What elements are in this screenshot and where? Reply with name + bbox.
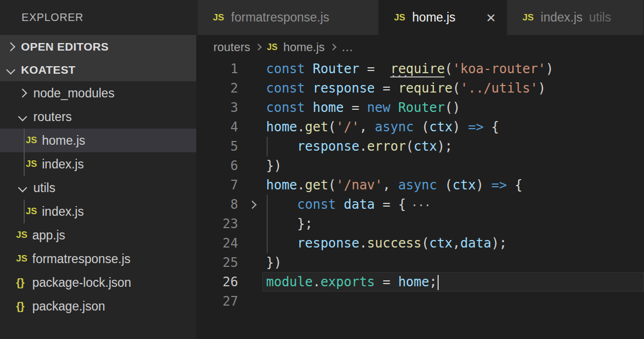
vscode-window: EXPLORER OPEN EDITORSKOATEST node_module… bbox=[0, 0, 644, 339]
chevron-down-icon bbox=[6, 65, 16, 74]
code-text: }; bbox=[266, 214, 313, 234]
section-koatest[interactable]: KOATEST bbox=[0, 58, 196, 81]
tree-item-package-json[interactable]: {}package.json bbox=[0, 294, 196, 318]
code-text: response.success(ctx,data); bbox=[266, 234, 507, 253]
indent-spacer bbox=[0, 235, 16, 236]
close-tab-icon[interactable]: × bbox=[486, 10, 496, 26]
breadcrumb-item-[interactable]: … bbox=[341, 40, 353, 54]
token bbox=[336, 197, 344, 212]
token: ( bbox=[414, 119, 430, 135]
token: data bbox=[460, 236, 491, 251]
tree-item-label: index.js bbox=[42, 157, 84, 172]
token: exports bbox=[320, 274, 375, 289]
fold-margin bbox=[238, 195, 266, 214]
tree-item-label: index.js bbox=[42, 204, 84, 219]
tree-item-label: home.js bbox=[42, 133, 85, 148]
token: . bbox=[297, 119, 305, 135]
token: = { bbox=[375, 197, 406, 212]
token: response bbox=[297, 139, 360, 154]
code-line-4[interactable]: 4home.get('/', async (ctx) => { bbox=[196, 117, 644, 137]
token: ; bbox=[429, 274, 437, 289]
code-editor[interactable]: 1const Router = require('koa-router')2co… bbox=[196, 59, 644, 339]
js-file-icon: JS bbox=[26, 159, 42, 170]
token: = bbox=[359, 61, 390, 76]
section-open-editors[interactable]: OPEN EDITORS bbox=[0, 35, 196, 58]
token: home bbox=[266, 178, 297, 193]
tree-item-package-lock-json[interactable]: {}package-lock.json bbox=[0, 271, 196, 294]
token: , bbox=[383, 178, 398, 193]
line-number: 25 bbox=[196, 253, 238, 272]
token bbox=[305, 61, 312, 76]
code-line-3[interactable]: 3const home = new Router() bbox=[196, 98, 644, 117]
js-file-icon: JS bbox=[16, 253, 32, 264]
section-label: OPEN EDITORS bbox=[21, 40, 109, 53]
code-line-8[interactable]: 8 const data = {··· bbox=[196, 195, 644, 214]
indent-spacer bbox=[0, 259, 16, 259]
token bbox=[266, 236, 297, 251]
token: ctx bbox=[429, 236, 452, 251]
tab-label: index.js bbox=[541, 10, 583, 25]
code-line-5[interactable]: 5 response.error(ctx); bbox=[196, 137, 644, 156]
token: ) bbox=[453, 119, 468, 135]
code-line-1[interactable]: 1const Router = require('koa-router') bbox=[196, 59, 644, 79]
token: ) bbox=[546, 61, 553, 76]
token: ) bbox=[476, 178, 491, 193]
tab-home-js[interactable]: JShome.js× bbox=[379, 0, 506, 35]
token: '/' bbox=[336, 119, 359, 135]
token: 'koa-router' bbox=[453, 61, 546, 76]
code-line-26[interactable]: 26module.exports = home; bbox=[196, 272, 644, 292]
token: success bbox=[367, 236, 421, 251]
text-cursor bbox=[438, 275, 439, 290]
token: . bbox=[359, 236, 367, 251]
js-file-icon: JS bbox=[394, 12, 405, 23]
tree-item-utils[interactable]: utils bbox=[0, 176, 196, 200]
tree-item-node-modules[interactable]: node_modules bbox=[0, 81, 196, 105]
fold-chevron-icon[interactable] bbox=[248, 200, 256, 209]
breadcrumb-item-home-js[interactable]: home.js bbox=[283, 40, 325, 54]
tree-item-index-js[interactable]: JSindex.js bbox=[0, 200, 196, 223]
tab-formatresponse-js[interactable]: JSformatresponse.js bbox=[198, 0, 378, 35]
tree-item-app-js[interactable]: JSapp.js bbox=[0, 223, 196, 247]
code-text: const data = {··· bbox=[266, 195, 431, 214]
token: . bbox=[297, 178, 305, 193]
token: async bbox=[398, 178, 437, 193]
tab-index-js[interactable]: JSindex.jsutils bbox=[507, 0, 643, 35]
tree-item-label: package.json bbox=[32, 299, 105, 314]
token: = bbox=[344, 100, 367, 115]
tree-item-home-js[interactable]: JShome.js bbox=[0, 129, 196, 152]
tree-item-label: app.js bbox=[32, 228, 65, 243]
token bbox=[390, 100, 398, 115]
code-line-23[interactable]: 23 }; bbox=[196, 214, 644, 234]
code-line-7[interactable]: 7home.get('/nav', async (ctx) => { bbox=[196, 175, 644, 195]
code-line-27[interactable]: 27 bbox=[196, 292, 644, 311]
line-number: 24 bbox=[196, 234, 238, 253]
breadcrumb-item-routers[interactable]: routers bbox=[213, 40, 250, 54]
js-file-icon: JS bbox=[267, 43, 277, 52]
fold-margin bbox=[238, 253, 266, 272]
chevron-right-icon bbox=[255, 44, 262, 51]
tree-item-index-js[interactable]: JSindex.js bbox=[0, 152, 196, 176]
token: data bbox=[344, 197, 375, 212]
editor-group: JSformatresponse.jsJShome.js×JSindex.jsu… bbox=[196, 0, 644, 339]
fold-margin bbox=[238, 137, 266, 156]
token: , bbox=[359, 119, 375, 135]
code-line-6[interactable]: 6}) bbox=[196, 156, 644, 175]
token: home bbox=[313, 100, 344, 115]
token: . bbox=[313, 274, 320, 289]
tree-item-routers[interactable]: routers bbox=[0, 105, 196, 129]
line-number: 4 bbox=[196, 117, 238, 137]
token: ); bbox=[491, 236, 507, 251]
token: home bbox=[398, 274, 430, 289]
code-line-25[interactable]: 25}) bbox=[196, 253, 644, 272]
token: get bbox=[305, 178, 328, 193]
tree-item-label: node_modules bbox=[33, 86, 115, 101]
code-text: response.error(ctx); bbox=[266, 137, 453, 156]
code-line-2[interactable]: 2const response = require('../utils') bbox=[196, 79, 644, 98]
json-file-icon: {} bbox=[16, 277, 32, 289]
token: ( bbox=[328, 119, 336, 135]
chevron-right-icon bbox=[18, 89, 27, 98]
token: '../utils' bbox=[460, 81, 538, 96]
code-line-24[interactable]: 24 response.success(ctx,data); bbox=[196, 234, 644, 253]
tree-item-formatresponse-js[interactable]: JSformatresponse.js bbox=[0, 247, 196, 271]
token bbox=[266, 139, 297, 154]
